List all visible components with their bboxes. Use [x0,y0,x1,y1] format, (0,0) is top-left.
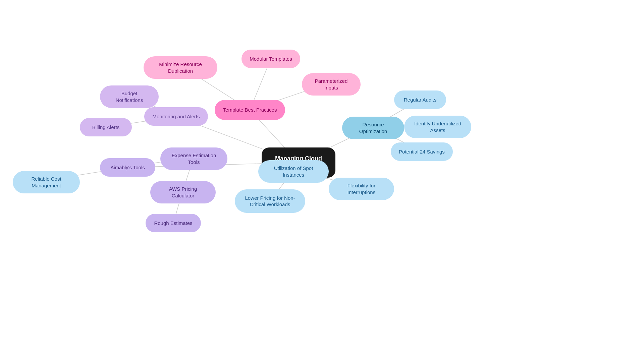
node-lowerPricingForNonCritical[interactable]: Lower Pricing for Non-Critical Workloads [235,189,305,213]
node-monitoringAndAlerts[interactable]: Monitoring and Alerts [144,107,208,126]
node-modularTemplates[interactable]: Modular Templates [241,50,300,68]
node-potential24Savings[interactable]: Potential 24 Savings [391,142,453,161]
node-budgetNotifications[interactable]: Budget Notifications [100,85,159,108]
node-reliableCostManagement[interactable]: Reliable Cost Management [13,171,80,193]
node-parameterizedInputs[interactable]: Parameterized Inputs [302,73,361,96]
node-awsPricingCalculator[interactable]: AWS Pricing Calculator [150,181,216,203]
node-minimizeResourceDuplication[interactable]: Minimize Resource Duplication [144,56,217,79]
mind-map: Managing Cloud Formation CostsTemplate B… [0,0,644,363]
node-regularAudits[interactable]: Regular Audits [394,90,446,109]
node-identifyUnderutilizedAssets[interactable]: Identify Underutilized Assets [404,116,471,138]
node-flexibilityForInterruptions[interactable]: Flexibility for Interruptions [329,178,394,200]
node-templateBestPractices[interactable]: Template Best Practices [215,100,285,120]
node-aimablysTools[interactable]: Aimably's Tools [100,158,155,177]
node-resourceOptimization[interactable]: Resource Optimization [342,117,404,139]
node-billingAlerts[interactable]: Billing Alerts [80,118,132,136]
node-utilizationOfSpotInstances[interactable]: Utilization of Spot Instances [258,160,329,183]
node-expenseEstimationTools[interactable]: Expense Estimation Tools [160,147,227,170]
node-roughEstimates[interactable]: Rough Estimates [146,214,201,232]
